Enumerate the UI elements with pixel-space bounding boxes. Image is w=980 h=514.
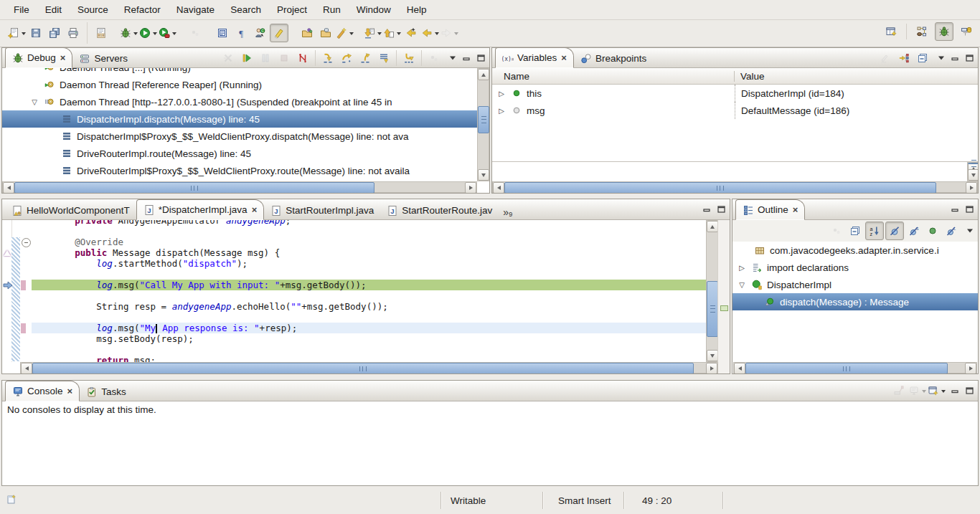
open-console-button[interactable] [928,382,946,399]
code-line[interactable]: return msg; [32,355,706,362]
scroll-thumb[interactable] [14,182,374,193]
close-icon[interactable]: × [793,206,798,214]
console-view-tab-tasks[interactable]: Tasks [80,383,133,401]
drop-to-frame-button[interactable] [375,49,392,67]
previous-annotation-dropdown-icon[interactable] [397,32,401,37]
editor-vertical-scrollbar[interactable] [706,220,718,362]
close-icon[interactable]: × [252,206,258,214]
save-all-button[interactable] [46,24,63,42]
scroll-right-arrow[interactable] [966,182,977,193]
menu-source[interactable]: Source [70,4,116,15]
editor-tab-helloworldcomponentt[interactable]: HelloWorldComponentT [5,201,136,219]
variable-row[interactable]: ▷thisDispatcherImpl (id=184) [492,85,978,102]
outline-tree-row[interactable]: com.javacodegeeks.adapter.in.service.i [732,242,978,259]
search-button[interactable] [336,24,354,42]
hide-static-button[interactable]: S [905,222,923,239]
code-line[interactable]: private AndygeneAppEmulator andygeneApp; [32,220,706,226]
menu-run[interactable]: Run [315,4,349,15]
scroll-down-arrow[interactable] [478,169,489,181]
debug-tree-row[interactable]: Daemon Thread [...] (Running) [2,68,477,76]
scroll-thumb[interactable] [478,106,489,133]
show-whitespace-button[interactable]: ¶ [232,24,250,42]
debug-tree-row[interactable]: ▽Daemon Thread [http--127.0.0.1-8080-1] … [2,93,477,110]
open-resource-button[interactable] [317,24,334,42]
view-menu-icon[interactable] [964,227,975,236]
scroll-thumb[interactable] [745,363,948,373]
last-edit-location-button[interactable] [402,24,420,42]
editor-tab-startrouterimpl-java[interactable]: JStartRouterImpl.java [264,201,380,219]
code-text-area[interactable]: private AndygeneAppEmulator andygeneApp;… [32,220,706,362]
show-selected-element-button[interactable] [214,24,231,42]
back-dropdown-icon[interactable] [435,32,439,37]
debug-tree-row[interactable]: DriveRouterImpl.route(Message) line: 45 [2,145,477,162]
annotation-ruler[interactable] [2,220,12,362]
javaee-perspective-button[interactable] [913,23,930,40]
run-dropdown-icon[interactable] [153,32,157,37]
expander-icon[interactable]: ▷ [496,90,507,97]
expander-icon[interactable]: ▽ [29,98,39,106]
hide-fields-button[interactable] [885,222,904,240]
menu-refactor[interactable]: Refactor [116,4,169,15]
menu-file[interactable]: File [6,4,37,15]
menu-edit[interactable]: Edit [37,4,70,15]
resume-button[interactable] [238,49,255,67]
view-menu-icon[interactable] [936,53,946,62]
outline-tree-row[interactable]: dispatch(Message) : Message [732,293,978,310]
debug-tree-row[interactable]: DriveRouterImpl$Proxy$_$$_WeldClientProx… [2,162,477,179]
debug-dropdown-icon[interactable] [133,32,138,37]
collapse-all-button[interactable] [847,222,864,239]
save-button[interactable] [27,24,44,42]
filter-dot-button[interactable] [924,222,941,239]
next-annotation-dropdown-icon[interactable] [377,32,382,37]
code-line[interactable]: String resp = andygeneApp.echoHello(""+m… [32,301,706,312]
minimize-icon[interactable] [950,386,961,396]
debug-tree-row[interactable]: DispatcherImpl$Proxy$_$$_WeldClientProxy… [2,128,477,145]
close-icon[interactable]: × [60,54,66,62]
menu-navigate[interactable]: Navigate [169,4,222,15]
code-line[interactable]: msg.setBody(resp); [32,333,706,344]
menu-project[interactable]: Project [269,4,315,15]
menu-search[interactable]: Search [222,4,269,15]
minimize-icon[interactable] [950,205,961,214]
previous-annotation-button[interactable] [383,24,401,42]
run-external-button[interactable] [159,24,176,42]
code-line[interactable] [32,312,706,323]
sort-button[interactable]: az [865,222,884,240]
scroll-down-arrow[interactable] [707,350,718,361]
close-icon[interactable]: × [561,54,567,62]
open-console-dropdown-icon[interactable] [941,390,946,395]
print-button[interactable] [65,24,82,42]
open-perspective-button[interactable] [882,23,900,40]
scroll-up-arrow[interactable] [707,221,718,232]
minimize-icon[interactable] [702,205,712,214]
scroll-thumb[interactable] [707,281,718,337]
next-annotation-button[interactable] [364,24,382,42]
search-dropdown-icon[interactable] [349,32,354,37]
scroll-right-arrow[interactable] [965,363,976,373]
minimize-icon[interactable] [461,53,472,62]
variable-row[interactable]: ▷msgDefaultMessage (id=186) [492,102,978,119]
code-line[interactable]: log.startMethod("dispatch"); [32,258,706,269]
maximize-icon[interactable] [964,205,975,214]
view-menu-icon[interactable] [447,53,458,62]
variables-view-tab-variables[interactable]: (x)=Variables× [495,47,574,68]
step-return-button[interactable] [357,49,374,67]
debug-view-tab-debug[interactable]: Debug× [5,47,72,68]
debug-vertical-scrollbar[interactable] [477,68,489,181]
code-line[interactable] [32,226,706,237]
detail-vertical-scrollbar[interactable] [967,162,978,181]
code-line[interactable]: @Override [32,237,706,247]
new-wizard-dropdown-icon[interactable] [22,32,26,37]
scroll-right-arrow[interactable] [465,182,476,193]
editor-tab-dispatcherimpl-java[interactable]: J*DispatcherImpl.java× [136,199,264,220]
open-task-button[interactable] [298,24,316,42]
code-line[interactable] [32,269,706,280]
run-external-dropdown-icon[interactable] [172,32,176,37]
console-view-tab-console[interactable]: Console× [5,381,80,401]
overview-occurrence-marker[interactable] [720,305,728,311]
variables-view-tab-breakpoints[interactable]: Breakpoints [574,49,653,67]
column-header-value[interactable]: Value [735,71,978,82]
expander-icon[interactable]: ▷ [737,264,747,272]
code-line[interactable] [32,344,706,355]
scroll-thumb[interactable] [504,182,936,193]
